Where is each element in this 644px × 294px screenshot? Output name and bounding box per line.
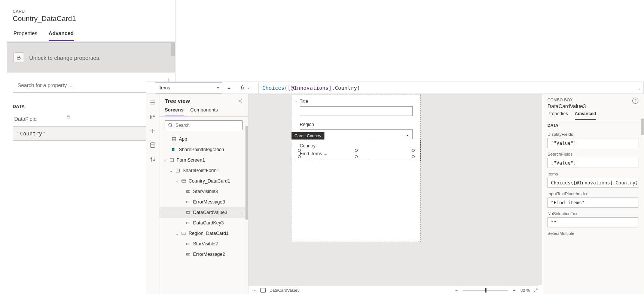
tools-icon[interactable] xyxy=(149,156,156,163)
svg-rect-27 xyxy=(170,159,173,162)
items-label: Items xyxy=(542,168,644,178)
selection-handle[interactable] xyxy=(355,155,358,158)
tree-node-formscreen[interactable]: ⌄ FormScreen1 xyxy=(159,155,248,165)
control-name: Country_DataCard1 xyxy=(6,15,176,28)
tab-properties[interactable]: Properties xyxy=(547,110,568,120)
tab-properties[interactable]: Properties xyxy=(13,28,37,41)
tree-search[interactable] xyxy=(165,120,243,130)
more-icon[interactable]: ··· xyxy=(252,288,257,293)
property-search-input[interactable] xyxy=(18,82,154,88)
svg-rect-22 xyxy=(174,137,176,139)
fx-button[interactable]: fx ⌄ xyxy=(236,82,254,94)
tree-node-country-card[interactable]: ⌄ Country_DataCard1 xyxy=(159,176,248,186)
property-selector[interactable]: Items ▾ xyxy=(155,82,222,94)
inputtextplaceholder-value[interactable]: "Find items" xyxy=(547,197,638,208)
zoom-in-button[interactable]: + xyxy=(512,288,517,293)
tree-node-region-card[interactable]: ⌄ Region_DataCard1 xyxy=(159,228,248,239)
breadcrumb-text[interactable]: DataCardValue3 xyxy=(269,288,300,293)
svg-rect-31 xyxy=(182,180,186,183)
country-label: Country xyxy=(300,143,413,148)
selection-handle[interactable] xyxy=(412,149,415,152)
tree-node-app[interactable]: App xyxy=(159,134,248,144)
control-type-label: COMBO BOX xyxy=(547,98,586,102)
data-icon[interactable] xyxy=(149,142,156,148)
chevron-down-icon[interactable]: ⌄ xyxy=(638,86,640,90)
items-value[interactable]: Choices([@Innovations].Country) xyxy=(547,178,638,188)
expand-icon[interactable] xyxy=(534,288,538,293)
tree-node-datacardvalue3[interactable]: DataCardValue3 ··· xyxy=(159,207,248,218)
right-tabs: Properties Advanced xyxy=(542,110,644,120)
country-combobox[interactable]: Find items ⌄ xyxy=(300,151,413,156)
datafield-label: DataField xyxy=(14,116,167,122)
svg-line-20 xyxy=(171,126,173,127)
tree-node-spform[interactable]: ⌄ SharePointForm1 xyxy=(159,165,248,176)
formula-input[interactable]: Choices([@Innovations].Country) ⌄ xyxy=(258,82,644,94)
insert-icon[interactable] xyxy=(149,113,156,120)
tab-advanced[interactable]: Advanced xyxy=(49,28,74,41)
tab-components[interactable]: Components xyxy=(190,105,218,116)
title-label: Title xyxy=(300,99,413,104)
tab-advanced[interactable]: Advanced xyxy=(575,110,596,120)
selectmultiple-label: SelectMultiple xyxy=(542,227,644,237)
card-icon xyxy=(181,231,186,236)
displayfields-value[interactable]: ["Value"] xyxy=(547,138,638,148)
more-icon[interactable]: ··· xyxy=(240,210,245,215)
chevron-down-icon: ⌄ xyxy=(247,86,250,90)
tab-screens[interactable]: Screens xyxy=(165,105,184,116)
lock-icon xyxy=(66,114,71,119)
required-star: * xyxy=(295,100,297,105)
svg-point-12 xyxy=(150,143,155,144)
close-icon[interactable] xyxy=(238,98,243,104)
search-icon xyxy=(168,123,173,128)
svg-point-19 xyxy=(169,123,172,126)
form-card[interactable]: * Title Region ⌄ Card : Country Country … xyxy=(292,95,421,242)
selection-handle[interactable] xyxy=(412,155,415,158)
app-icon xyxy=(171,137,177,142)
zoom-slider[interactable] xyxy=(463,290,508,291)
control-type-label: CARD xyxy=(6,0,176,15)
tree-node-errormessage3[interactable]: ErrorMessage3 xyxy=(159,197,248,207)
selection-handle[interactable] xyxy=(298,155,301,158)
tree-view-icon[interactable] xyxy=(149,99,156,106)
tree-node-sharepoint[interactable]: S SharePointIntegration xyxy=(159,144,248,155)
selection-handle[interactable] xyxy=(298,149,301,152)
tree-node-datacardkey3[interactable]: DataCardKey3 xyxy=(159,218,248,228)
breadcrumb-icon[interactable] xyxy=(260,288,266,293)
label-icon xyxy=(186,189,191,194)
design-canvas[interactable]: * Title Region ⌄ Card : Country Country … xyxy=(248,94,542,294)
help-icon[interactable]: ? xyxy=(632,98,638,104)
label-icon xyxy=(186,252,191,257)
tree-node-errormessage2[interactable]: ErrorMessage2 xyxy=(159,249,248,260)
card-tabs: Properties Advanced xyxy=(6,28,176,42)
left-rail xyxy=(146,94,159,294)
searchfields-value[interactable]: ["Value"] xyxy=(547,158,638,168)
unlock-banner[interactable]: Unlock to change properties. xyxy=(7,42,175,73)
property-search[interactable] xyxy=(13,78,169,93)
svg-rect-24 xyxy=(174,140,176,141)
studio-area: Items ▾ = fx ⌄ Choices([@Innovations].Co… xyxy=(146,82,644,294)
tree-view-panel: Tree view Screens Components App S xyxy=(159,94,248,294)
tree-tabs: Screens Components xyxy=(159,105,248,117)
title-field: * Title xyxy=(292,95,420,118)
scrollbar-thumb[interactable] xyxy=(245,126,248,220)
label-icon xyxy=(186,241,191,246)
fx-label: fx xyxy=(241,85,245,91)
selection-handle[interactable] xyxy=(355,149,358,152)
country-card-selected[interactable]: Card : Country Country Find items ⌄ xyxy=(292,140,421,161)
noselectiontext-value[interactable]: "" xyxy=(547,217,638,227)
tree-node-starvisible2[interactable]: StarVisible2 xyxy=(159,239,248,249)
tree-node-starvisible3[interactable]: StarVisible3 xyxy=(159,186,248,197)
svg-rect-7 xyxy=(150,115,152,117)
sharepoint-icon: S xyxy=(171,147,177,152)
add-icon[interactable] xyxy=(149,128,156,134)
zoom-out-button[interactable]: − xyxy=(454,288,459,293)
svg-text:S: S xyxy=(173,148,174,151)
tree-search-input[interactable] xyxy=(176,123,239,128)
svg-rect-8 xyxy=(153,115,155,117)
title-input[interactable] xyxy=(300,106,413,116)
scrollbar-thumb[interactable] xyxy=(641,119,644,135)
scrollbar-thumb[interactable] xyxy=(171,43,175,56)
svg-rect-40 xyxy=(182,232,186,235)
svg-rect-23 xyxy=(172,140,174,141)
equals-sign: = xyxy=(226,85,232,91)
